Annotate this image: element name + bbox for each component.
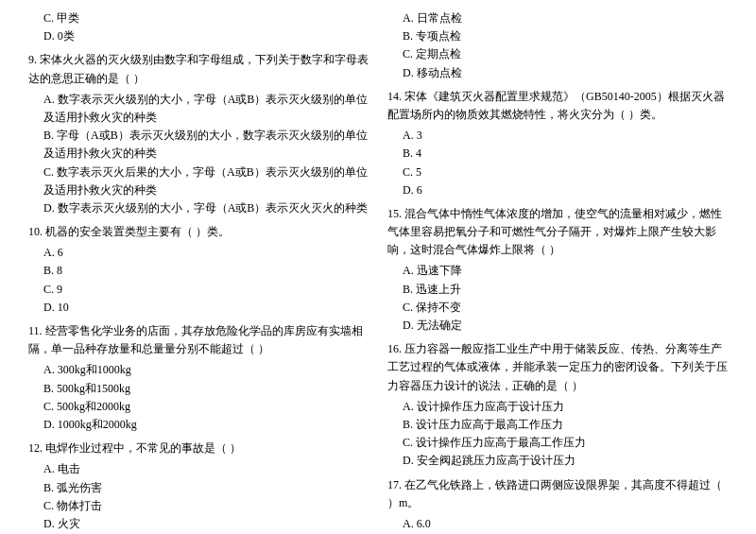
question-15-option-d: D. 无法确定 [403, 317, 728, 335]
question-9-text: 9. 宋体火火器的灭火级别由数字和字母组成，下列关于数字和字母表达的意思正确的是… [28, 51, 369, 87]
question-15-text: 15. 混合气体中惰性气体浓度的增加，使空气的流量相对减少，燃性气体里容易把氧分… [387, 205, 728, 260]
question-10-option-c: C. 9 [43, 281, 369, 299]
question-10-text: 10. 机器的安全装置类型主要有（ ）类。 [28, 223, 369, 241]
question-12-option-a: A. 电击 [43, 460, 369, 478]
question-13-option-b: B. 专项点检 [403, 27, 728, 45]
question-16-option-a: A. 设计操作压力应高于设计压力 [403, 398, 728, 416]
question-16-option-d: D. 安全阀起跳压力应高于设计压力 [403, 452, 728, 470]
prev-question-cd: C. 甲类 D. 0类 [28, 9, 369, 45]
option-c-prev: C. 甲类 [43, 9, 369, 27]
question-12-option-b: B. 弧光伤害 [43, 479, 369, 497]
question-14-option-c: C. 5 [403, 164, 728, 181]
question-9: 9. 宋体火火器的灭火级别由数字和字母组成，下列关于数字和字母表达的意思正确的是… [28, 51, 369, 217]
question-12: 12. 电焊作业过程中，不常见的事故是（ ） A. 电击 B. 弧光伤害 C. … [28, 439, 369, 533]
option-d-prev: D. 0类 [43, 27, 369, 45]
question-11-option-b: B. 500kg和1500kg [43, 380, 369, 398]
question-17-option-a: A. 6.0 [403, 515, 728, 533]
question-16-option-b: B. 设计压力应高于最高工作压力 [403, 416, 728, 434]
question-12-option-d: D. 火灾 [43, 515, 369, 533]
question-11: 11. 经营零售化学业务的店面，其存放危险化学品的库房应有实墙相隔，单一品种存放… [28, 322, 369, 434]
question-11-option-d: D. 1000kg和2000kg [43, 416, 369, 434]
right-column: A. 日常点检 B. 专项点检 C. 定期点检 D. 移动点检 14. 宋体《建… [387, 9, 728, 534]
exam-page: C. 甲类 D. 0类 9. 宋体火火器的灭火级别由数字和字母组成，下列关于数字… [28, 9, 728, 534]
question-16-text: 16. 压力容器一般应指工业生产中用于储装反应、传热、分离等生产工艺过程的气体或… [387, 340, 728, 395]
question-13-option-c: C. 定期点检 [403, 45, 728, 63]
question-11-option-c: C. 500kg和2000kg [43, 398, 369, 416]
content-columns: C. 甲类 D. 0类 9. 宋体火火器的灭火级别由数字和字母组成，下列关于数字… [28, 9, 728, 534]
question-12-text: 12. 电焊作业过程中，不常见的事故是（ ） [28, 439, 369, 457]
question-16: 16. 压力容器一般应指工业生产中用于储装反应、传热、分离等生产工艺过程的气体或… [387, 340, 728, 470]
question-9-option-d: D. 数字表示灭火级别的大小，字母（A或B）表示灭火灭火的种类 [43, 199, 369, 217]
left-column: C. 甲类 D. 0类 9. 宋体火火器的灭火级别由数字和字母组成，下列关于数字… [28, 9, 369, 534]
question-13-option-d: D. 移动点检 [403, 64, 728, 82]
question-14-option-d: D. 6 [403, 181, 728, 199]
question-17: 17. 在乙气化铁路上，铁路进口两侧应设限界架，其高度不得超过（ ）m。 A. … [387, 476, 728, 535]
question-14: 14. 宋体《建筑灭火器配置里求规范》（GB50140-2005）根据灭火器配置… [387, 88, 728, 199]
question-10-option-d: D. 10 [43, 299, 369, 317]
question-9-option-a: A. 数字表示灭火级别的大小，字母（A或B）表示灭火级别的单位及适用扑救火灾的种… [43, 91, 369, 127]
question-10-option-b: B. 8 [43, 262, 369, 280]
question-14-option-a: A. 3 [403, 127, 728, 145]
question-9-option-b: B. 字母（A或B）表示灭火级别的大小，数字表示灭火级别的单位及适用扑救火灾的种… [43, 127, 369, 163]
question-14-option-b: B. 4 [403, 145, 728, 163]
question-17-text: 17. 在乙气化铁路上，铁路进口两侧应设限界架，其高度不得超过（ ）m。 [387, 476, 728, 512]
question-10: 10. 机器的安全装置类型主要有（ ）类。 A. 6 B. 8 C. 9 D. … [28, 223, 369, 317]
question-9-option-c: C. 数字表示灭火后果的大小，字母（A或B）表示灭火级别的单位及适用扑救火灾的种… [43, 164, 369, 199]
question-13-options: A. 日常点检 B. 专项点检 C. 定期点检 D. 移动点检 [387, 9, 728, 82]
question-14-text: 14. 宋体《建筑灭火器配置里求规范》（GB50140-2005）根据灭火器配置… [387, 88, 728, 124]
question-15-option-b: B. 迅速上升 [403, 281, 728, 299]
question-13-option-a: A. 日常点检 [403, 9, 728, 27]
question-15-option-a: A. 迅速下降 [403, 262, 728, 280]
question-16-option-c: C. 设计操作压力应高于最高工作压力 [403, 434, 728, 452]
question-12-option-c: C. 物体打击 [43, 497, 369, 515]
question-11-text: 11. 经营零售化学业务的店面，其存放危险化学品的库房应有实墙相隔，单一品种存放… [28, 322, 369, 358]
question-10-option-a: A. 6 [43, 244, 369, 262]
question-11-option-a: A. 300kg和1000kg [43, 361, 369, 379]
question-15: 15. 混合气体中惰性气体浓度的增加，使空气的流量相对减少，燃性气体里容易把氧分… [387, 205, 728, 335]
question-15-option-c: C. 保持不变 [403, 299, 728, 317]
